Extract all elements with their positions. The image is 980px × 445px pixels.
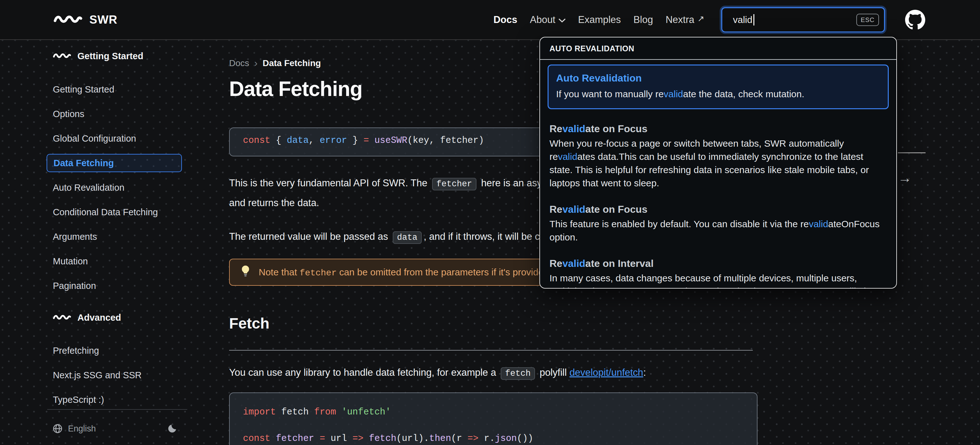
chevron-down-icon [558, 14, 566, 25]
dropdown-body: Auto Revalidation If you want to manuall… [540, 65, 896, 289]
breadcrumb: Docs › Data Fetching [229, 57, 321, 69]
external-link-icon: ↗ [697, 14, 704, 24]
nav-link-examples[interactable]: Examples [578, 14, 621, 25]
sidebar: Getting Started Getting StartedOptionsGl… [46, 40, 182, 445]
sidebar-section-getting-started: Getting Started [53, 51, 143, 61]
sidebar-item[interactable]: Data Fetching [46, 154, 182, 172]
search-result-item[interactable]: Revalidate on Focus When you re-focus a … [547, 122, 889, 190]
sidebar-item[interactable]: Options [46, 102, 182, 126]
esc-key-badge[interactable]: ESC [856, 14, 879, 26]
paragraph-fetch-intro: You can use any library to handle data f… [229, 363, 646, 383]
breadcrumb-current: Data Fetching [262, 58, 321, 68]
nav-link-nextra[interactable]: Nextra ↗ [666, 14, 704, 25]
search-results-list: Auto Revalidation If you want to manuall… [547, 65, 889, 289]
search-result-description: In many cases, data changes because of m… [549, 272, 887, 289]
search-result-title: Revalidate on Interval [549, 257, 887, 270]
github-icon [905, 10, 925, 30]
language-label: English [68, 424, 96, 434]
search-result-item[interactable]: Revalidate on Focus This feature is enab… [547, 203, 889, 244]
globe-icon [52, 423, 63, 434]
sidebar-item[interactable]: Mutation [46, 249, 182, 273]
sidebar-item[interactable]: Global Configuration [46, 126, 182, 151]
swr-docs-page: { "navbar": { "logo_text": "SWR", "links… [0, 0, 980, 445]
sidebar-list-advanced: PrefetchingNext.js SSG and SSRTypeScript… [46, 338, 182, 412]
search-result-description: This feature is enabled by default. You … [549, 218, 887, 244]
arrow-right-icon[interactable]: → [898, 170, 912, 186]
search-result-item[interactable]: Auto Revalidation If you want to manuall… [547, 65, 889, 109]
callout-text: Note that fetcher can be omitted from th… [259, 267, 585, 278]
sidebar-item[interactable]: Arguments [46, 224, 182, 249]
sidebar-section-advanced: Advanced [53, 313, 121, 323]
breadcrumb-docs[interactable]: Docs [229, 58, 249, 68]
search-result-title: Revalidate on Focus [549, 203, 887, 216]
toc-divider-fragment [898, 152, 926, 153]
logo-text: SWR [89, 13, 118, 27]
search-input[interactable]: valid ESC [721, 7, 885, 32]
top-navbar: SWR Docs About Examples Blog Nextra ↗ va… [0, 0, 980, 40]
sidebar-item[interactable]: Next.js SSG and SSR [46, 363, 182, 388]
nav-link-blog[interactable]: Blog [633, 14, 653, 25]
section-divider [229, 350, 753, 351]
search-results-header: AUTO REVALIDATION [540, 44, 896, 53]
search-input-value: valid [733, 14, 752, 25]
nav-link-about[interactable]: About [530, 14, 566, 25]
sidebar-item[interactable]: Auto Revalidation [46, 175, 182, 200]
squiggle-icon [53, 313, 71, 323]
sidebar-item[interactable]: TypeScript :) [46, 388, 182, 412]
moon-icon [167, 423, 178, 434]
search-result-item[interactable]: Revalidate on Interval In many cases, da… [547, 257, 889, 289]
lightbulb-icon [239, 264, 252, 280]
sidebar-item[interactable]: Pagination [46, 273, 182, 298]
search-result-description: If you want to manually revalidate the d… [556, 87, 880, 101]
sidebar-footer: English [46, 418, 187, 439]
search-results-dropdown: AUTO REVALIDATION Auto Revalidation If y… [539, 37, 897, 289]
dropdown-divider [540, 59, 896, 60]
search-result-title: Auto Revalidation [556, 72, 880, 84]
sidebar-list-getting-started: Getting StartedOptionsGlobal Configurati… [46, 77, 182, 298]
sidebar-item[interactable]: Conditional Data Fetching [46, 200, 182, 224]
navbar-links: Docs About Examples Blog Nextra ↗ valid … [493, 7, 925, 32]
text-caret [753, 14, 754, 25]
code-block-unfetch: import fetch from 'unfetch' const fetche… [229, 393, 757, 445]
swr-logo[interactable]: SWR [54, 13, 118, 27]
breadcrumb-separator: › [254, 57, 258, 69]
theme-toggle[interactable] [167, 423, 178, 434]
squiggle-icon [53, 51, 71, 61]
section-heading-fetch: Fetch [229, 315, 269, 332]
sidebar-divider [47, 409, 187, 410]
language-selector[interactable]: English [52, 423, 96, 434]
inline-link[interactable]: developit/unfetch [569, 367, 643, 378]
search-result-description: When you re-focus a page or switch betwe… [549, 137, 887, 190]
swr-squiggle-icon [54, 14, 83, 26]
sidebar-item[interactable]: Prefetching [46, 338, 182, 363]
nav-link-docs[interactable]: Docs [493, 14, 517, 25]
search-result-title: Revalidate on Focus [549, 122, 887, 135]
sidebar-item[interactable]: Getting Started [46, 77, 182, 102]
page-title: Data Fetching [229, 77, 362, 101]
github-link[interactable] [905, 10, 925, 30]
